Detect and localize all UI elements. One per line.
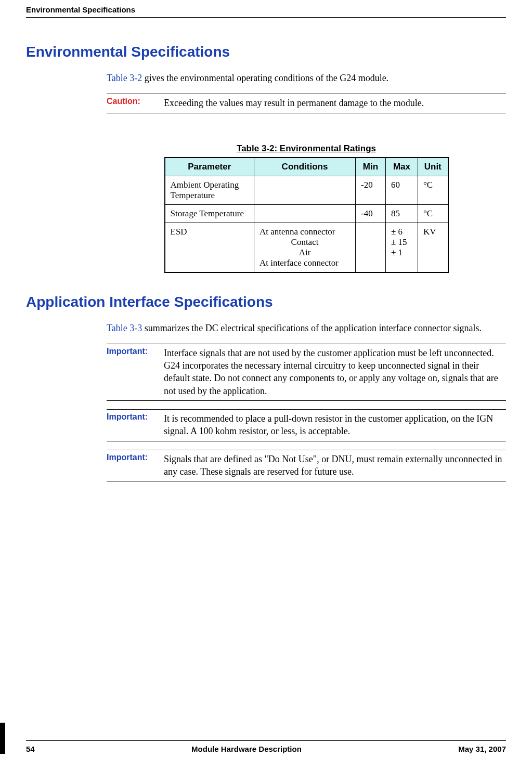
th-parameter: Parameter [165, 158, 254, 176]
cell-conditions [254, 204, 356, 223]
important-text: Interface signals that are not used by t… [164, 347, 506, 397]
th-unit: Unit [418, 158, 448, 176]
th-min: Min [356, 158, 386, 176]
page-edge-tab [0, 723, 5, 754]
table-caption-title: Environmental Ratings [280, 143, 376, 153]
cell-parameter: ESD [165, 223, 254, 272]
cell-unit: KV [418, 223, 448, 272]
table-row-esd: ESD At antenna connector Contact Air At … [165, 223, 448, 272]
section-heading-environmental: Environmental Specifications [26, 44, 506, 60]
esd-max-contact: ± 6 [391, 227, 412, 237]
important-notice-2: Important: It is recommended to place a … [107, 409, 506, 441]
important-notice-3: Important: Signals that are defined as "… [107, 450, 506, 482]
table-3-3-link[interactable]: Table 3-3 [107, 323, 142, 333]
important-label: Important: [107, 453, 157, 462]
cell-conditions: At antenna connector Contact Air At inte… [254, 223, 356, 272]
table-3-2: Table 3-2: Environmental Ratings Paramet… [107, 143, 506, 273]
th-conditions: Conditions [254, 158, 356, 176]
section1-intro-rest: gives the environmental operating condit… [142, 73, 388, 83]
cell-min: -40 [356, 204, 386, 223]
footer-date: May 31, 2007 [458, 745, 506, 753]
cell-max: 85 [386, 204, 418, 223]
section-heading-application-interface: Application Interface Specifications [26, 294, 506, 310]
footer-title: Module Hardware Description [191, 745, 302, 753]
esd-cond-air: Air [259, 247, 350, 258]
important-text: It is recommended to place a pull-down r… [164, 412, 506, 438]
important-label: Important: [107, 347, 157, 356]
cell-unit: °C [418, 176, 448, 204]
section2-intro: Table 3-3 summarizes the DC electrical s… [107, 322, 506, 334]
environmental-ratings-table: Parameter Conditions Min Max Unit Ambien… [164, 157, 449, 273]
caution-text: Exceeding the values may result in perma… [164, 97, 424, 109]
esd-cond-interface: At interface connector [259, 258, 350, 268]
running-header: Environmental Specifications [26, 5, 506, 18]
important-label: Important: [107, 412, 157, 422]
table-3-2-link[interactable]: Table 3-2 [107, 73, 142, 83]
page-number: 54 [26, 745, 35, 753]
cell-parameter: Storage Temperature [165, 204, 254, 223]
cell-min [356, 223, 386, 272]
page-footer: 54 Module Hardware Description May 31, 2… [26, 740, 506, 753]
section2-intro-rest: summarizes the DC electrical specificati… [142, 323, 482, 333]
esd-max-air: ± 15 [391, 237, 412, 247]
esd-cond-contact: Contact [259, 237, 350, 247]
cell-max: ± 6 ± 15 ± 1 [386, 223, 418, 272]
esd-max-iface: ± 1 [391, 247, 412, 258]
cell-unit: °C [418, 204, 448, 223]
important-text: Signals that are defined as "Do Not Use"… [164, 453, 506, 478]
table-row: Ambient Operating Temperature -20 60 °C [165, 176, 448, 204]
table-header-row: Parameter Conditions Min Max Unit [165, 158, 448, 176]
cell-parameter: Ambient Operating Temperature [165, 176, 254, 204]
cell-min: -20 [356, 176, 386, 204]
th-max: Max [386, 158, 418, 176]
table-row: Storage Temperature -40 85 °C [165, 204, 448, 223]
cell-max: 60 [386, 176, 418, 204]
cell-conditions [254, 176, 356, 204]
section1-intro: Table 3-2 gives the environmental operat… [107, 72, 506, 84]
important-notice-1: Important: Interface signals that are no… [107, 344, 506, 401]
esd-cond-antenna: At antenna connector [259, 227, 350, 237]
caution-label: Caution: [107, 97, 157, 106]
table-3-2-caption: Table 3-2: Environmental Ratings [237, 143, 376, 154]
table-caption-prefix: Table 3-2: [237, 143, 280, 153]
caution-notice: Caution: Exceeding the values may result… [107, 94, 506, 113]
